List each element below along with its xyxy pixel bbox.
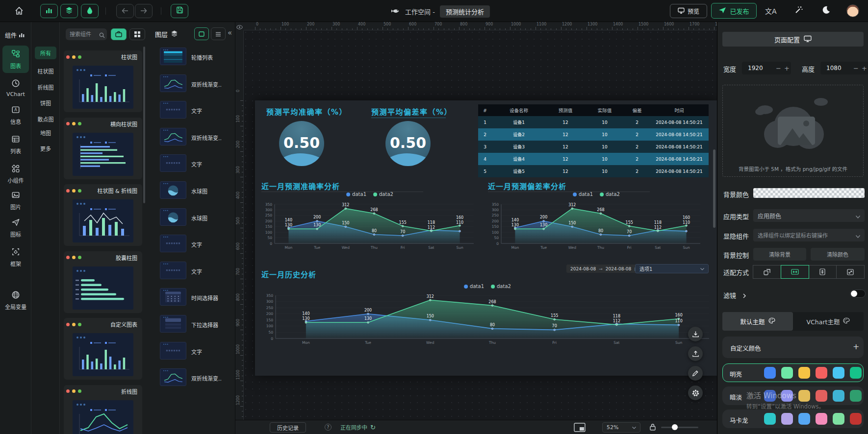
list-view-button[interactable] xyxy=(211,27,226,40)
palette-row[interactable]: 明亮 xyxy=(722,363,864,382)
user-avatar[interactable] xyxy=(846,4,859,17)
category-item[interactable]: 地图 xyxy=(31,129,60,137)
layer-item[interactable]: 轮播列表 xyxy=(147,48,235,72)
category-item[interactable]: 折线图 xyxy=(31,83,60,91)
scrollbar[interactable] xyxy=(143,47,145,203)
sidebar-item-charts[interactable]: 图表 xyxy=(2,46,29,73)
minimap-toggle[interactable] xyxy=(574,423,586,434)
color-swatch[interactable] xyxy=(781,390,793,402)
canvas-scrollbar[interactable] xyxy=(713,149,715,228)
zoom-slider-track[interactable] xyxy=(661,427,698,428)
category-item[interactable]: 散点图 xyxy=(31,115,60,123)
sidebar-item-images[interactable]: 图片 xyxy=(0,191,31,211)
download-button[interactable] xyxy=(688,327,703,341)
layer-item[interactable]: 下拉选择器 xyxy=(147,315,235,339)
layer-item[interactable]: 水球图 xyxy=(147,181,235,206)
tab-vchart-theme[interactable]: VChart主题 xyxy=(793,312,864,331)
redo-button[interactable] xyxy=(135,4,153,18)
sidebar-item-vchart[interactable]: VChart xyxy=(0,79,31,97)
tab-default-theme[interactable]: 默认主题 xyxy=(722,312,793,331)
component-card[interactable]: 柱状图 xyxy=(64,50,142,112)
height-input[interactable]: 1080 − + xyxy=(820,62,868,74)
accuracy-chart[interactable]: 近一月预测准确率分析 data1data2 050100150200250300… xyxy=(259,179,481,253)
lock-zoom-icon[interactable] xyxy=(649,423,656,433)
color-swatch[interactable] xyxy=(764,413,776,425)
dashboard-page[interactable]: 预测平均准确率（%） 0.50 预测平均偏差率（%） 0.50 #设备名称预测值… xyxy=(255,100,717,376)
water-ball-accuracy[interactable]: 0.50 xyxy=(279,121,324,166)
increase-width-button[interactable]: + xyxy=(783,65,791,72)
custom-color-row[interactable]: 自定义颜色 + xyxy=(722,337,864,358)
layer-item[interactable]: 文字 xyxy=(147,101,235,125)
guideline-eye-icon[interactable] xyxy=(236,23,243,32)
color-swatch[interactable] xyxy=(850,413,862,425)
component-card[interactable]: 自定义图表 xyxy=(64,318,142,380)
layer-item[interactable]: 双折线渐变.. xyxy=(147,74,235,99)
save-button[interactable] xyxy=(171,4,188,18)
fit-scale-button[interactable] xyxy=(753,265,781,279)
sidebar-item-global-vars[interactable]: 全局变量 xyxy=(0,290,31,311)
color-swatch[interactable] xyxy=(816,413,827,425)
zoom-slider-knob[interactable] xyxy=(672,424,678,430)
palette-row[interactable]: 暗淡 xyxy=(722,386,864,405)
background-upload-area[interactable]: 背景图需小于 5M ，格式为 png/jpg/gif 的文件 xyxy=(722,85,864,177)
fit-height-button[interactable] xyxy=(809,265,837,279)
deviation-chart[interactable]: 近一月预测偏差率分析 data1data2 050100150200250300… xyxy=(485,179,707,253)
width-input[interactable]: 1920 − + xyxy=(742,62,791,74)
color-swatch[interactable] xyxy=(833,367,844,379)
palette-row[interactable]: 马卡龙 xyxy=(722,410,864,428)
legend-item[interactable]: data2 xyxy=(491,284,511,289)
upload-button[interactable] xyxy=(688,346,703,361)
decrease-height-button[interactable]: − xyxy=(852,65,860,72)
chevron-right-icon[interactable] xyxy=(743,291,746,300)
color-swatch[interactable] xyxy=(781,413,793,425)
layer-item[interactable]: 双折线渐变.. xyxy=(147,368,235,393)
translate-icon[interactable]: 文A xyxy=(765,6,777,16)
sidebar-item-icons[interactable]: 图标 xyxy=(0,218,31,238)
color-swatch[interactable] xyxy=(850,367,862,379)
component-card[interactable]: 折线图 xyxy=(64,385,142,434)
layer-item[interactable]: 时间选择器 xyxy=(147,288,235,313)
sidebar-item-widgets[interactable]: 小组件 xyxy=(0,164,31,184)
increase-height-button[interactable]: + xyxy=(860,65,868,72)
sidebar-item-frames[interactable]: 框架 xyxy=(0,247,31,267)
component-card[interactable]: 横向柱状图 xyxy=(64,118,142,179)
add-color-icon[interactable]: + xyxy=(853,342,859,351)
layer-item[interactable]: 文字 xyxy=(147,235,235,259)
color-swatch[interactable] xyxy=(798,367,810,379)
color-swatch[interactable] xyxy=(764,390,776,402)
visibility-select[interactable]: 选择组件以绑定鼠标右键操作 xyxy=(753,229,865,241)
color-swatch[interactable] xyxy=(833,390,844,402)
magic-wand-icon[interactable] xyxy=(794,5,803,16)
theme-tool-button[interactable] xyxy=(81,4,99,18)
layers-tool-button[interactable] xyxy=(60,4,78,18)
color-swatch[interactable] xyxy=(816,390,827,402)
color-swatch[interactable] xyxy=(850,390,862,402)
legend-item[interactable]: data2 xyxy=(373,192,393,197)
clear-background-button[interactable]: 清除背景 xyxy=(753,248,806,261)
history-button[interactable]: 历史记录 xyxy=(270,422,306,433)
legend-item[interactable]: data1 xyxy=(464,284,484,289)
component-library-toggle[interactable] xyxy=(111,28,127,40)
date-range-picker[interactable]: 2024-08-08 → 2024-08-08 ▦ xyxy=(566,265,642,273)
preview-button[interactable]: 预览 xyxy=(670,4,707,18)
project-name[interactable]: 预测统计分析 xyxy=(440,5,490,18)
thumbnail-view-button[interactable] xyxy=(194,27,209,40)
sidebar-item-list[interactable]: 列表 xyxy=(0,135,31,155)
category-item[interactable]: 更多 xyxy=(31,145,60,152)
undo-button[interactable] xyxy=(116,4,134,18)
legend-item[interactable]: data2 xyxy=(600,192,620,197)
layer-item[interactable]: 文字 xyxy=(147,154,235,179)
dark-mode-moon-icon[interactable] xyxy=(822,5,831,16)
color-swatch[interactable] xyxy=(816,367,827,379)
layer-item[interactable]: 双折线渐变.. xyxy=(147,128,235,152)
collapse-panel-icon[interactable]: « xyxy=(228,28,232,37)
decrease-width-button[interactable]: − xyxy=(774,65,783,72)
color-swatch[interactable] xyxy=(764,367,776,379)
history-chart[interactable]: 近一月历史分析 2024-08-08 → 2024-08-08 ▦ 选项1 da… xyxy=(259,263,716,350)
layer-item[interactable]: 文字 xyxy=(147,342,235,366)
editor-canvas[interactable]: 预测平均准确率（%） 0.50 预测平均偏差率（%） 0.50 #设备名称预测值… xyxy=(235,22,717,420)
legend-item[interactable]: data1 xyxy=(573,192,593,197)
category-item[interactable]: 柱状图 xyxy=(31,67,60,75)
chart-tool-button[interactable] xyxy=(40,4,58,18)
home-icon[interactable] xyxy=(14,6,24,18)
